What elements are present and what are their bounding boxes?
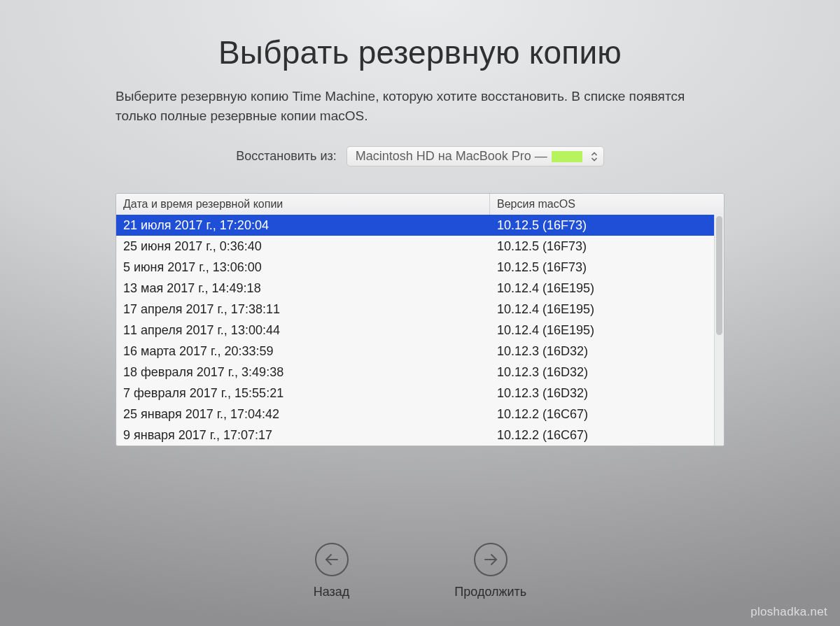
- cell-date: 9 января 2017 г., 17:07:17: [116, 428, 490, 443]
- table-body: 21 июля 2017 г., 17:20:0410.12.5 (16F73)…: [116, 215, 714, 446]
- cell-version: 10.12.3 (16D32): [490, 365, 714, 380]
- backup-list-panel: Дата и время резервной копии Версия macO…: [115, 193, 724, 446]
- table-row[interactable]: 18 февраля 2017 г., 3:49:3810.12.3 (16D3…: [116, 362, 714, 383]
- arrow-left-icon: [315, 543, 349, 576]
- continue-button[interactable]: Продолжить: [454, 543, 526, 599]
- table-row[interactable]: 9 января 2017 г., 17:07:1710.12.2 (16C67…: [116, 425, 714, 446]
- restore-source-highlight: [552, 151, 582, 162]
- restore-source-select[interactable]: Macintosh HD на MacBook Pro —: [346, 146, 604, 166]
- cell-version: 10.12.2 (16C67): [490, 428, 714, 443]
- cell-date: 25 июня 2017 г., 0:36:40: [116, 239, 490, 254]
- table-row[interactable]: 25 января 2017 г., 17:04:4210.12.2 (16C6…: [116, 404, 714, 425]
- cell-version: 10.12.4 (16E195): [490, 302, 714, 317]
- col-header-version[interactable]: Версия macOS: [490, 194, 724, 215]
- cell-version: 10.12.3 (16D32): [490, 386, 714, 401]
- cell-date: 25 января 2017 г., 17:04:42: [116, 407, 490, 422]
- scrollbar[interactable]: [714, 215, 724, 446]
- table-row[interactable]: 7 февраля 2017 г., 15:55:2110.12.3 (16D3…: [116, 383, 714, 404]
- cell-version: 10.12.5 (16F73): [490, 260, 714, 275]
- cell-date: 5 июня 2017 г., 13:06:00: [116, 260, 490, 275]
- table-row[interactable]: 17 апреля 2017 г., 17:38:1110.12.4 (16E1…: [116, 299, 714, 320]
- cell-date: 16 марта 2017 г., 20:33:59: [116, 344, 490, 359]
- chevron-updown-icon: [591, 151, 598, 162]
- table-row[interactable]: 5 июня 2017 г., 13:06:0010.12.5 (16F73): [116, 257, 714, 278]
- cell-version: 10.12.5 (16F73): [490, 218, 714, 233]
- cell-date: 11 апреля 2017 г., 13:00:44: [116, 323, 490, 338]
- page-subtitle: Выберите резервную копию Time Machine, к…: [115, 87, 724, 125]
- table-row[interactable]: 11 апреля 2017 г., 13:00:4410.12.4 (16E1…: [116, 320, 714, 341]
- restore-source-label: Восстановить из:: [236, 149, 337, 164]
- cell-version: 10.12.5 (16F73): [490, 239, 714, 254]
- page-title: Выбрать резервную копию: [218, 34, 622, 71]
- cell-date: 18 февраля 2017 г., 3:49:38: [116, 365, 490, 380]
- cell-version: 10.12.2 (16C67): [490, 407, 714, 422]
- table-row[interactable]: 16 марта 2017 г., 20:33:5910.12.3 (16D32…: [116, 341, 714, 362]
- arrow-right-icon: [474, 543, 507, 576]
- cell-date: 21 июля 2017 г., 17:20:04: [116, 218, 490, 233]
- cell-version: 10.12.3 (16D32): [490, 344, 714, 359]
- cell-date: 17 апреля 2017 г., 17:38:11: [116, 302, 490, 317]
- cell-version: 10.12.4 (16E195): [490, 281, 714, 296]
- continue-label: Продолжить: [454, 585, 526, 599]
- cell-date: 7 февраля 2017 г., 15:55:21: [116, 386, 490, 401]
- table-row[interactable]: 25 июня 2017 г., 0:36:4010.12.5 (16F73): [116, 236, 714, 257]
- table-row[interactable]: 21 июля 2017 г., 17:20:0410.12.5 (16F73): [116, 215, 714, 236]
- cell-version: 10.12.4 (16E195): [490, 323, 714, 338]
- watermark: ploshadka.net: [750, 605, 827, 619]
- table-row[interactable]: 13 мая 2017 г., 14:49:1810.12.4 (16E195): [116, 278, 714, 299]
- col-header-date[interactable]: Дата и время резервной копии: [116, 194, 490, 215]
- table-header: Дата и время резервной копии Версия macO…: [116, 194, 724, 215]
- scrollbar-thumb[interactable]: [716, 216, 722, 335]
- restore-source-row: Восстановить из: Macintosh HD на MacBook…: [236, 146, 604, 166]
- back-label: Назад: [314, 585, 350, 599]
- cell-date: 13 мая 2017 г., 14:49:18: [116, 281, 490, 296]
- restore-source-selected: Macintosh HD на MacBook Pro —: [356, 149, 547, 164]
- back-button[interactable]: Назад: [314, 543, 350, 599]
